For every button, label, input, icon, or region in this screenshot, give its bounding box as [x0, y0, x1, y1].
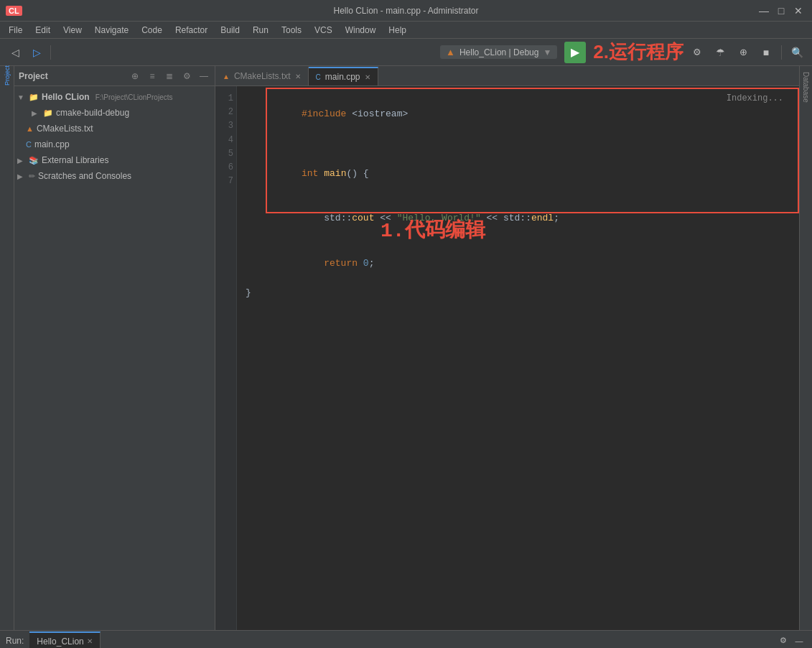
app-logo: CL — [6, 6, 22, 16]
minimize-button[interactable]: — — [756, 3, 772, 19]
title-bar-controls: — □ ✕ — [756, 3, 806, 19]
run-config-dropdown-icon: ▼ — [543, 47, 551, 57]
cmake-tab-label: CMakeLists.txt — [234, 71, 291, 81]
search-everywhere-button[interactable]: 🔍 — [788, 43, 806, 62]
toolbar: ◁ ▷ ▲ Hello_CLion | Debug ▼ ▶ 2.运行程序 ⚙ ☂… — [0, 39, 812, 66]
indexing-status: Indexing... — [727, 92, 783, 106]
menu-run[interactable]: Run — [247, 24, 274, 37]
tree-root-path: F:\Project\CLionProjects — [95, 93, 173, 101]
code-line-3: int main() { — [246, 152, 790, 196]
menu-tools[interactable]: Tools — [276, 24, 307, 37]
code-line-5: return 0; — [246, 241, 790, 286]
cpp-tab-close[interactable]: ✕ — [365, 73, 370, 81]
settings-button[interactable]: ⚙ — [180, 70, 193, 83]
maximize-button[interactable]: □ — [773, 3, 789, 19]
nav-back-button[interactable]: ◁ — [6, 43, 24, 62]
tree-arrow-cmake-build: ▶ — [32, 109, 40, 117]
project-tree: ▼ 📁 Hello CLion F:\Project\CLionProjects… — [14, 86, 215, 630]
run-tab-close[interactable]: ✕ — [87, 637, 93, 645]
editor-area: ▲ CMakeLists.txt ✕ C main.cpp ✕ 1 2 3 4 … — [215, 66, 799, 630]
debug-button[interactable]: ⚙ — [688, 43, 706, 62]
menu-vcs[interactable]: VCS — [309, 24, 338, 37]
run-configuration[interactable]: ▲ Hello_CLion | Debug ▼ — [440, 45, 557, 59]
tree-cmakelists-label: CMakeLists.txt — [37, 124, 93, 134]
run-settings-button[interactable]: ⚙ — [776, 634, 790, 648]
stop-button[interactable]: ■ — [757, 43, 775, 62]
tree-item-cmakelists[interactable]: ▲ CMakeLists.txt — [14, 121, 215, 136]
locate-file-button[interactable]: ⊕ — [129, 70, 141, 83]
tree-item-ext-libs[interactable]: ▶ 📚 External Libraries — [14, 152, 215, 168]
run-close-button[interactable]: — — [792, 634, 806, 648]
close-button[interactable]: ✕ — [790, 3, 806, 19]
tree-item-cmake-build[interactable]: ▶ 📁 cmake-build-debug — [14, 105, 215, 121]
project-sidebar-icon[interactable]: Project — [1, 69, 14, 82]
title-bar-title: Hello CLion - main.cpp - Administrator — [333, 6, 478, 16]
code-line-1: #include <iostream> — [246, 92, 790, 136]
cmake-file-icon: ▲ — [26, 124, 34, 133]
run-tab-hello-clion[interactable]: Hello_CLion ✕ — [29, 631, 100, 649]
menu-help[interactable]: Help — [383, 24, 412, 37]
toolbar-separator-2 — [781, 45, 782, 60]
tree-maincpp-label: main.cpp — [34, 139, 70, 149]
run-panel-header: Run: Hello_CLion ✕ ⚙ — — [0, 631, 812, 648]
run-tab-label: Hello_CLion — [37, 637, 83, 647]
expand-all-button[interactable]: ≣ — [163, 70, 176, 83]
run-panel-tools: ⚙ — — [776, 634, 806, 648]
project-panel-title: Project — [19, 71, 48, 81]
editor-tab-bar: ▲ CMakeLists.txt ✕ C main.cpp ✕ — [215, 66, 799, 86]
nav-forward-button[interactable]: ▷ — [27, 43, 46, 62]
build-button[interactable]: ⊕ — [734, 43, 752, 62]
menu-refactor[interactable]: Refactor — [169, 24, 213, 37]
menu-build[interactable]: Build — [215, 24, 246, 37]
run-config-label: Hello_CLion | Debug — [459, 47, 539, 57]
cmake-tab-close[interactable]: ✕ — [295, 73, 301, 80]
tab-cmakelists[interactable]: ▲ CMakeLists.txt ✕ — [215, 67, 309, 85]
main-layout: Project Project ⊕ ≡ ≣ ⚙ — ▼ 📁 Hello CLio… — [0, 66, 812, 630]
scratches-icon: ✏ — [29, 172, 35, 181]
menu-bar: File Edit View Navigate Code Refactor Bu… — [0, 22, 812, 39]
title-bar-left: CL — [6, 6, 22, 16]
run-label: Run: — [6, 636, 24, 646]
tree-item-scratches[interactable]: ▶ ✏ Scratches and Consoles — [14, 168, 215, 184]
menu-window[interactable]: Window — [340, 24, 382, 37]
run-program-annotation: 2.运行程序 — [593, 40, 683, 65]
tree-item-maincpp[interactable]: C main.cpp — [14, 136, 215, 152]
tree-ext-libs-label: External Libraries — [42, 155, 108, 165]
code-line-4: std::cout << "Hello, World!" << std::end… — [246, 197, 790, 241]
code-editor[interactable]: 1 2 3 4 5 6 7 #include <iostream> int ma… — [215, 86, 799, 630]
coverage-button[interactable]: ☂ — [711, 43, 729, 62]
project-panel: Project ⊕ ≡ ≣ ⚙ — ▼ 📁 Hello CLion F:\Pro… — [14, 66, 215, 630]
cpp-file-icon: C — [26, 140, 32, 149]
tab-maincpp[interactable]: C main.cpp ✕ — [309, 67, 378, 85]
tree-item-root[interactable]: ▼ 📁 Hello CLion F:\Project\CLionProjects — [14, 89, 215, 105]
toolbar-separator — [50, 45, 51, 60]
menu-view[interactable]: View — [57, 24, 88, 37]
hide-panel-button[interactable]: — — [197, 70, 210, 83]
tree-arrow-root: ▼ — [17, 93, 26, 101]
code-content[interactable]: #include <iostream> int main() { std::co… — [237, 86, 799, 630]
ext-libs-icon: 📚 — [29, 156, 39, 165]
code-line-6: } — [246, 286, 790, 301]
menu-edit[interactable]: Edit — [29, 24, 56, 37]
cpp-tab-label: main.cpp — [325, 72, 360, 82]
tree-arrow-ext-libs: ▶ — [17, 157, 26, 165]
code-line-2 — [246, 136, 790, 152]
run-button[interactable]: ▶ — [564, 42, 586, 63]
collapse-all-button[interactable]: ≡ — [146, 70, 159, 83]
folder-icon: 📁 — [43, 108, 53, 118]
bottom-panel: Run: Hello_CLion ✕ ⚙ — ▶ 📌 ↩ ⤓ ☰ 🖨 ✖ "F:… — [0, 630, 812, 648]
right-sidebar: Database — [799, 66, 812, 630]
tree-cmake-build-label: cmake-build-debug — [56, 108, 129, 118]
left-sidebar: Project — [0, 66, 14, 630]
tree-scratches-label: Scratches and Consoles — [38, 171, 131, 181]
project-folder-icon: 📁 — [29, 93, 39, 102]
code-line-7 — [246, 301, 790, 316]
tree-arrow-scratches: ▶ — [17, 172, 26, 180]
menu-file[interactable]: File — [3, 24, 28, 37]
database-sidebar-label[interactable]: Database — [801, 69, 811, 106]
title-bar: CL Hello CLion - main.cpp - Administrato… — [0, 0, 812, 22]
menu-code[interactable]: Code — [136, 24, 168, 37]
project-panel-header: Project ⊕ ≡ ≣ ⚙ — — [14, 66, 215, 86]
menu-navigate[interactable]: Navigate — [89, 24, 134, 37]
tree-root-label: Hello CLion — [42, 92, 90, 102]
